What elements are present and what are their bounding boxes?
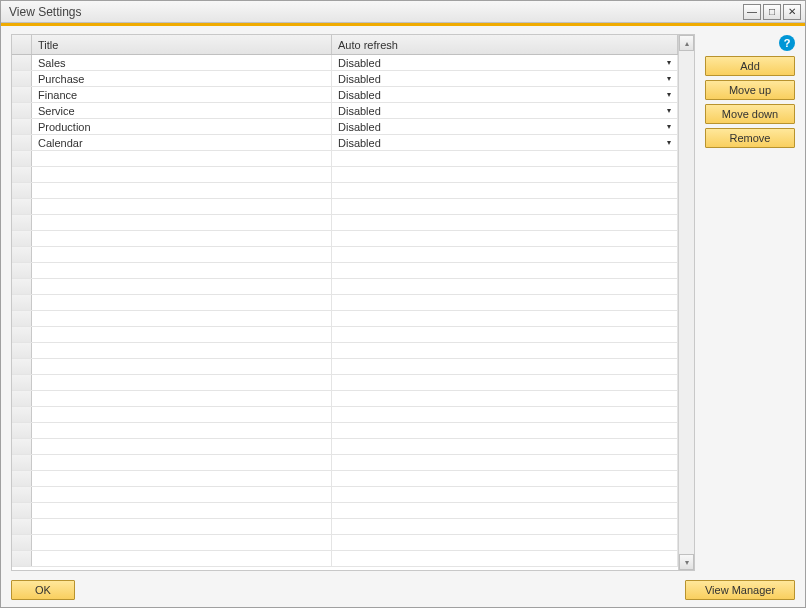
table-row-empty	[12, 183, 678, 199]
maximize-icon: □	[769, 6, 775, 17]
auto-refresh-value: Disabled	[338, 105, 381, 117]
table-row[interactable]: SalesDisabled▾	[12, 55, 678, 71]
add-button[interactable]: Add	[705, 56, 795, 76]
auto-refresh-value: Disabled	[338, 137, 381, 149]
row-auto-refresh-cell	[332, 343, 678, 358]
table-row-empty	[12, 215, 678, 231]
row-title-cell[interactable]: Production	[32, 119, 332, 134]
main-area: Title Auto refresh SalesDisabled▾Purchas…	[11, 34, 795, 571]
header-handle	[12, 35, 32, 54]
dropdown-icon[interactable]: ▾	[667, 138, 671, 147]
row-handle	[12, 455, 32, 470]
row-auto-refresh-cell[interactable]: Disabled▾	[332, 119, 678, 134]
dropdown-icon[interactable]: ▾	[667, 122, 671, 131]
table-row[interactable]: ServiceDisabled▾	[12, 103, 678, 119]
table-row-empty	[12, 295, 678, 311]
help-icon[interactable]: ?	[779, 35, 795, 51]
row-auto-refresh-cell[interactable]: Disabled▾	[332, 135, 678, 150]
dropdown-icon[interactable]: ▾	[667, 74, 671, 83]
row-title-cell	[32, 407, 332, 422]
row-title-cell	[32, 471, 332, 486]
row-title-cell	[32, 455, 332, 470]
row-handle	[12, 311, 32, 326]
remove-button[interactable]: Remove	[705, 128, 795, 148]
row-handle[interactable]	[12, 119, 32, 134]
chevron-up-icon: ▴	[685, 39, 689, 48]
bottom-bar: OK View Manager	[11, 571, 795, 601]
row-auto-refresh-cell	[332, 247, 678, 262]
row-title-cell	[32, 167, 332, 182]
row-title-cell	[32, 183, 332, 198]
move-down-button[interactable]: Move down	[705, 104, 795, 124]
row-auto-refresh-cell	[332, 199, 678, 214]
close-button[interactable]: ✕	[783, 4, 801, 20]
scroll-down-button[interactable]: ▾	[679, 554, 694, 570]
row-auto-refresh-cell	[332, 535, 678, 550]
row-handle	[12, 391, 32, 406]
row-title-cell[interactable]: Sales	[32, 55, 332, 70]
table-row-empty	[12, 343, 678, 359]
row-title-cell[interactable]: Finance	[32, 87, 332, 102]
table-row-empty	[12, 551, 678, 567]
row-title-cell[interactable]: Calendar	[32, 135, 332, 150]
row-handle	[12, 551, 32, 566]
auto-refresh-value: Disabled	[338, 57, 381, 69]
row-handle[interactable]	[12, 87, 32, 102]
row-auto-refresh-cell[interactable]: Disabled▾	[332, 103, 678, 118]
table-row[interactable]: PurchaseDisabled▾	[12, 71, 678, 87]
row-title-cell[interactable]: Service	[32, 103, 332, 118]
row-auto-refresh-cell	[332, 487, 678, 502]
row-handle[interactable]	[12, 71, 32, 86]
row-handle[interactable]	[12, 103, 32, 118]
header-title[interactable]: Title	[32, 35, 332, 54]
row-title-cell	[32, 439, 332, 454]
table-row[interactable]: FinanceDisabled▾	[12, 87, 678, 103]
view-manager-button[interactable]: View Manager	[685, 580, 795, 600]
row-handle	[12, 343, 32, 358]
ok-button[interactable]: OK	[11, 580, 75, 600]
scroll-up-button[interactable]: ▴	[679, 35, 694, 51]
dropdown-icon[interactable]: ▾	[667, 106, 671, 115]
row-handle	[12, 231, 32, 246]
row-handle	[12, 327, 32, 342]
move-up-button[interactable]: Move up	[705, 80, 795, 100]
table-row-empty	[12, 423, 678, 439]
header-auto-refresh[interactable]: Auto refresh	[332, 35, 678, 54]
table-row-empty	[12, 471, 678, 487]
row-handle	[12, 375, 32, 390]
table-row[interactable]: CalendarDisabled▾	[12, 135, 678, 151]
dropdown-icon[interactable]: ▾	[667, 90, 671, 99]
row-title-cell	[32, 487, 332, 502]
maximize-button[interactable]: □	[763, 4, 781, 20]
row-handle	[12, 295, 32, 310]
row-title-cell	[32, 535, 332, 550]
row-title-cell[interactable]: Purchase	[32, 71, 332, 86]
table-row-empty	[12, 535, 678, 551]
row-handle	[12, 503, 32, 518]
minimize-icon: —	[747, 6, 757, 17]
vertical-scrollbar[interactable]: ▴ ▾	[678, 35, 694, 570]
titlebar: View Settings — □ ✕	[1, 1, 805, 23]
table-row-empty	[12, 487, 678, 503]
row-auto-refresh-cell[interactable]: Disabled▾	[332, 71, 678, 86]
row-auto-refresh-cell	[332, 151, 678, 166]
content-area: Title Auto refresh SalesDisabled▾Purchas…	[1, 26, 805, 607]
row-auto-refresh-cell[interactable]: Disabled▾	[332, 87, 678, 102]
table-row-empty	[12, 519, 678, 535]
row-auto-refresh-cell[interactable]: Disabled▾	[332, 55, 678, 70]
row-handle	[12, 151, 32, 166]
help-row: ?	[705, 34, 795, 52]
row-auto-refresh-cell	[332, 167, 678, 182]
row-handle	[12, 199, 32, 214]
view-settings-window: View Settings — □ ✕ Title Auto refresh S…	[0, 0, 806, 608]
row-handle[interactable]	[12, 55, 32, 70]
row-handle[interactable]	[12, 135, 32, 150]
row-title-cell	[32, 519, 332, 534]
table-row-empty	[12, 503, 678, 519]
row-handle	[12, 279, 32, 294]
row-handle	[12, 423, 32, 438]
dropdown-icon[interactable]: ▾	[667, 58, 671, 67]
table-row[interactable]: ProductionDisabled▾	[12, 119, 678, 135]
minimize-button[interactable]: —	[743, 4, 761, 20]
row-auto-refresh-cell	[332, 455, 678, 470]
